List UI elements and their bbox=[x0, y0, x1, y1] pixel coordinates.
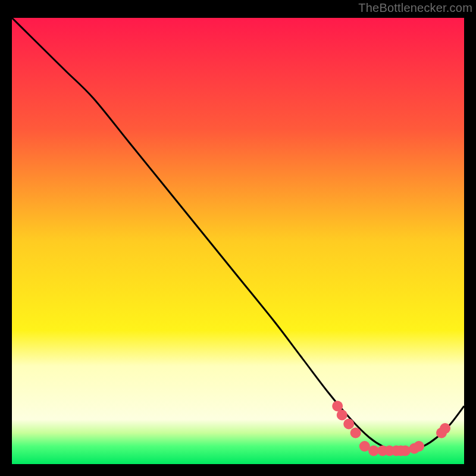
attribution-text: TheBottlenecker.com bbox=[358, 1, 472, 15]
data-marker bbox=[337, 410, 347, 421]
data-marker bbox=[414, 441, 424, 452]
data-marker bbox=[343, 419, 354, 430]
data-marker bbox=[350, 428, 361, 439]
data-marker bbox=[400, 446, 411, 456]
chart-svg bbox=[12, 18, 464, 464]
plot-area bbox=[12, 18, 464, 464]
chart-container: TheBottlenecker.com bbox=[0, 0, 476, 476]
data-marker bbox=[440, 423, 450, 434]
